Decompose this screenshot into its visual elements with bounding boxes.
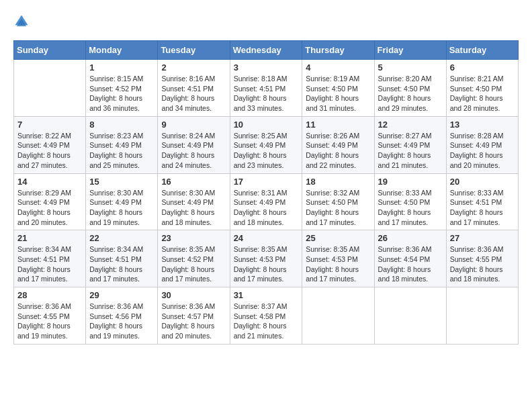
calendar-cell: 27Sunrise: 8:36 AM Sunset: 4:55 PM Dayli… [446,230,518,287]
calendar-cell: 6Sunrise: 8:21 AM Sunset: 4:50 PM Daylig… [446,60,518,117]
day-number: 10 [234,120,299,130]
day-info: Sunrise: 8:23 AM Sunset: 4:49 PM Dayligh… [89,131,154,171]
calendar-week-2: 7Sunrise: 8:22 AM Sunset: 4:49 PM Daylig… [14,116,519,173]
calendar-cell: 21Sunrise: 8:34 AM Sunset: 4:51 PM Dayli… [14,230,86,287]
day-info: Sunrise: 8:36 AM Sunset: 4:55 PM Dayligh… [450,244,515,284]
day-info: Sunrise: 8:22 AM Sunset: 4:49 PM Dayligh… [17,131,82,171]
calendar-header-row: SundayMondayTuesdayWednesdayThursdayFrid… [14,41,519,60]
day-info: Sunrise: 8:28 AM Sunset: 4:49 PM Dayligh… [450,131,515,171]
calendar-cell: 5Sunrise: 8:20 AM Sunset: 4:50 PM Daylig… [374,60,446,117]
day-number: 4 [306,62,370,73]
calendar-cell: 15Sunrise: 8:30 AM Sunset: 4:49 PM Dayli… [86,173,158,230]
calendar-cell: 26Sunrise: 8:36 AM Sunset: 4:54 PM Dayli… [374,230,446,287]
day-number: 24 [234,233,299,243]
calendar-cell: 29Sunrise: 8:36 AM Sunset: 4:56 PM Dayli… [86,287,158,345]
day-number: 15 [89,177,154,187]
calendar-cell: 31Sunrise: 8:37 AM Sunset: 4:58 PM Dayli… [230,287,302,345]
calendar-header-sunday: Sunday [14,41,86,60]
calendar-week-1: 1Sunrise: 8:15 AM Sunset: 4:52 PM Daylig… [14,60,519,117]
day-info: Sunrise: 8:36 AM Sunset: 4:55 PM Dayligh… [17,302,82,341]
calendar-week-5: 28Sunrise: 8:36 AM Sunset: 4:55 PM Dayli… [14,287,519,345]
day-number: 28 [17,290,82,300]
calendar-week-4: 21Sunrise: 8:34 AM Sunset: 4:51 PM Dayli… [14,230,519,287]
day-number: 27 [450,233,515,243]
day-number: 11 [306,120,370,130]
day-number: 8 [89,120,154,130]
day-number: 14 [17,177,82,187]
calendar-cell: 9Sunrise: 8:24 AM Sunset: 4:49 PM Daylig… [158,116,230,173]
day-info: Sunrise: 8:34 AM Sunset: 4:51 PM Dayligh… [17,244,82,284]
calendar-header-friday: Friday [374,41,446,60]
calendar-header-wednesday: Wednesday [230,41,302,60]
day-number: 19 [378,177,443,187]
calendar-cell: 3Sunrise: 8:18 AM Sunset: 4:51 PM Daylig… [230,60,302,117]
day-number: 13 [450,120,515,130]
page-header [13,13,519,30]
calendar-cell: 30Sunrise: 8:36 AM Sunset: 4:57 PM Dayli… [158,287,230,345]
day-number: 21 [17,233,82,243]
calendar-cell: 11Sunrise: 8:26 AM Sunset: 4:49 PM Dayli… [302,116,374,173]
calendar-cell: 19Sunrise: 8:33 AM Sunset: 4:50 PM Dayli… [374,173,446,230]
day-number: 3 [234,62,299,73]
day-info: Sunrise: 8:30 AM Sunset: 4:49 PM Dayligh… [161,188,226,228]
calendar-cell: 10Sunrise: 8:25 AM Sunset: 4:49 PM Dayli… [230,116,302,173]
day-info: Sunrise: 8:25 AM Sunset: 4:49 PM Dayligh… [234,131,299,171]
day-info: Sunrise: 8:35 AM Sunset: 4:53 PM Dayligh… [234,244,299,284]
day-info: Sunrise: 8:31 AM Sunset: 4:49 PM Dayligh… [234,188,299,228]
day-info: Sunrise: 8:35 AM Sunset: 4:53 PM Dayligh… [306,244,370,284]
day-info: Sunrise: 8:30 AM Sunset: 4:49 PM Dayligh… [89,188,154,228]
day-info: Sunrise: 8:33 AM Sunset: 4:51 PM Dayligh… [450,188,515,228]
calendar-cell: 20Sunrise: 8:33 AM Sunset: 4:51 PM Dayli… [446,173,518,230]
day-number: 23 [161,233,226,243]
calendar-cell: 8Sunrise: 8:23 AM Sunset: 4:49 PM Daylig… [86,116,158,173]
calendar-cell [14,60,86,117]
calendar-cell: 23Sunrise: 8:35 AM Sunset: 4:52 PM Dayli… [158,230,230,287]
calendar-cell: 14Sunrise: 8:29 AM Sunset: 4:49 PM Dayli… [14,173,86,230]
calendar-header-monday: Monday [86,41,158,60]
day-info: Sunrise: 8:32 AM Sunset: 4:50 PM Dayligh… [306,188,370,228]
calendar-week-3: 14Sunrise: 8:29 AM Sunset: 4:49 PM Dayli… [14,173,519,230]
calendar-cell: 4Sunrise: 8:19 AM Sunset: 4:50 PM Daylig… [302,60,374,117]
day-info: Sunrise: 8:36 AM Sunset: 4:57 PM Dayligh… [161,302,226,341]
logo-icon [13,13,30,30]
calendar-body: 1Sunrise: 8:15 AM Sunset: 4:52 PM Daylig… [14,60,519,345]
calendar-cell [302,287,374,345]
calendar-cell: 24Sunrise: 8:35 AM Sunset: 4:53 PM Dayli… [230,230,302,287]
day-info: Sunrise: 8:36 AM Sunset: 4:56 PM Dayligh… [89,302,154,341]
day-number: 17 [234,177,299,187]
calendar-header-thursday: Thursday [302,41,374,60]
day-info: Sunrise: 8:34 AM Sunset: 4:51 PM Dayligh… [89,244,154,284]
day-info: Sunrise: 8:33 AM Sunset: 4:50 PM Dayligh… [378,188,443,228]
day-number: 6 [450,62,515,73]
day-info: Sunrise: 8:16 AM Sunset: 4:51 PM Dayligh… [161,74,226,113]
calendar-cell: 16Sunrise: 8:30 AM Sunset: 4:49 PM Dayli… [158,173,230,230]
calendar-cell: 28Sunrise: 8:36 AM Sunset: 4:55 PM Dayli… [14,287,86,345]
day-info: Sunrise: 8:18 AM Sunset: 4:51 PM Dayligh… [234,74,299,113]
day-info: Sunrise: 8:19 AM Sunset: 4:50 PM Dayligh… [306,74,370,113]
day-number: 7 [17,120,82,130]
calendar-cell [446,287,518,345]
day-number: 18 [306,177,370,187]
calendar-cell: 1Sunrise: 8:15 AM Sunset: 4:52 PM Daylig… [86,60,158,117]
day-number: 9 [161,120,226,130]
day-number: 25 [306,233,370,243]
calendar-cell: 13Sunrise: 8:28 AM Sunset: 4:49 PM Dayli… [446,116,518,173]
day-number: 20 [450,177,515,187]
day-info: Sunrise: 8:36 AM Sunset: 4:54 PM Dayligh… [378,244,443,284]
day-number: 1 [89,62,154,73]
day-number: 12 [378,120,443,130]
day-info: Sunrise: 8:15 AM Sunset: 4:52 PM Dayligh… [89,74,154,113]
calendar-cell: 18Sunrise: 8:32 AM Sunset: 4:50 PM Dayli… [302,173,374,230]
day-number: 16 [161,177,226,187]
calendar-cell: 17Sunrise: 8:31 AM Sunset: 4:49 PM Dayli… [230,173,302,230]
day-info: Sunrise: 8:26 AM Sunset: 4:49 PM Dayligh… [306,131,370,171]
calendar-cell: 7Sunrise: 8:22 AM Sunset: 4:49 PM Daylig… [14,116,86,173]
day-number: 26 [378,233,443,243]
day-info: Sunrise: 8:27 AM Sunset: 4:49 PM Dayligh… [378,131,443,171]
day-number: 30 [161,290,226,300]
day-number: 2 [161,62,226,73]
calendar-cell [374,287,446,345]
day-info: Sunrise: 8:37 AM Sunset: 4:58 PM Dayligh… [234,302,299,341]
day-info: Sunrise: 8:20 AM Sunset: 4:50 PM Dayligh… [378,74,443,113]
day-info: Sunrise: 8:29 AM Sunset: 4:49 PM Dayligh… [17,188,82,228]
